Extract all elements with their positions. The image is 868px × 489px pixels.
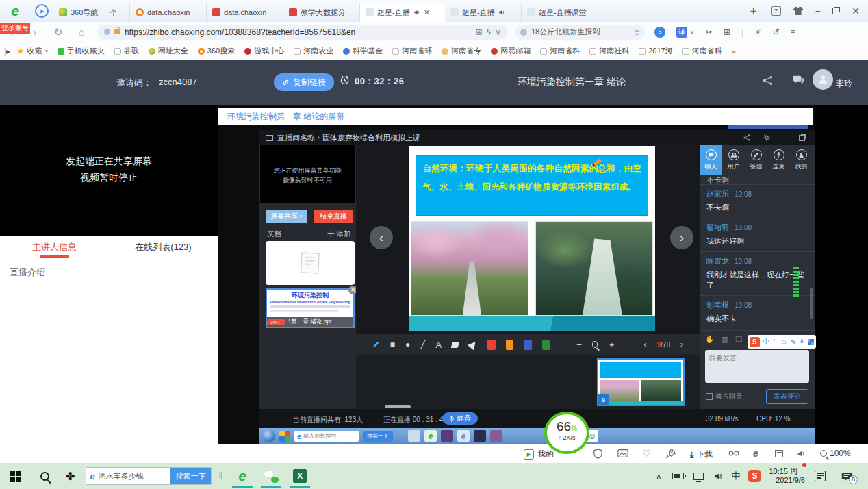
search-box[interactable] (515, 25, 645, 40)
color-green-swatch[interactable] (542, 340, 550, 350)
tab-online-list[interactable]: 在线列表(123) (109, 236, 218, 258)
bookmark-item[interactable]: 河南省专 (438, 46, 485, 56)
bookmark-item[interactable]: 河南省环 (389, 46, 435, 56)
chat-message-list[interactable]: 不卡啊 赵家乐10:08不卡啊 翟翊羽10:08我这还好啊 陈霄龙10:08我刚… (700, 175, 815, 330)
chat-input[interactable] (705, 350, 809, 383)
taskbar-app-icon[interactable] (490, 430, 502, 442)
translate-dropdown-icon[interactable]: ∨ (690, 29, 695, 36)
zoom-out-icon[interactable]: – (577, 340, 582, 349)
close-button[interactable]: ✕ (852, 5, 860, 16)
search-input[interactable] (531, 28, 630, 36)
tab-close-icon[interactable]: ✕ (424, 8, 430, 17)
start-button[interactable] (263, 430, 275, 442)
soso-icon[interactable]: ○ (654, 27, 665, 38)
rect-tool-icon[interactable]: ■ (390, 340, 395, 349)
screenshot-icon[interactable]: ✂ (706, 27, 713, 37)
battery-icon[interactable] (672, 473, 684, 479)
magnifier-icon[interactable] (592, 341, 598, 348)
tab-live-2[interactable]: 超星-直播 (445, 3, 522, 22)
tab-data-chaoxing-2[interactable]: data.chaoxin (207, 3, 283, 22)
chat-tab-mine[interactable]: 我的 (790, 145, 813, 175)
volume-icon[interactable] (713, 472, 723, 481)
bookmark-item[interactable]: 网址大全 (145, 46, 192, 56)
apps-grid-icon[interactable]: ⊞ (724, 27, 730, 37)
add-doc-button[interactable]: 十 添加 (327, 229, 350, 239)
chat-tab-chat[interactable]: 聊天 (700, 145, 722, 175)
bookmark-item[interactable]: 科学基金 (340, 46, 386, 56)
doc-placeholder[interactable] (266, 241, 355, 285)
snapshot-icon[interactable] (617, 449, 628, 458)
bookmark-favorites[interactable]: ★收藏▾ (13, 46, 51, 56)
minimize-button[interactable]: – (816, 6, 821, 16)
line-tool-icon[interactable]: ╱ (420, 340, 425, 349)
bookmark-item[interactable]: 2017河 (635, 46, 676, 56)
film-strip-scrollbar[interactable] (385, 405, 411, 408)
restore-icon[interactable] (799, 135, 805, 141)
bookmarks-overflow[interactable]: » (728, 47, 739, 55)
bookmark-item[interactable]: 河南农业 (290, 46, 337, 56)
stats-icon[interactable]: ▥ (722, 335, 728, 344)
url-field[interactable]: https://zhibo.chaoxing.com/10388368?teac… (97, 25, 508, 40)
shirt-icon[interactable] (793, 7, 804, 15)
avatar[interactable] (813, 69, 833, 90)
ie-mode-icon[interactable]: e (753, 448, 758, 459)
gear-icon[interactable] (763, 134, 771, 142)
menu-icon[interactable]: ≡ (791, 27, 795, 37)
tab-live-classroom[interactable]: 超星-直播课堂 (522, 3, 598, 22)
text-tool-icon[interactable]: A (436, 340, 442, 350)
mini-search-input[interactable] (303, 433, 353, 439)
color-blue-swatch[interactable] (524, 340, 532, 350)
bookmark-item[interactable]: 网易邮箱 (487, 46, 534, 56)
mute-button[interactable]: 静音 (442, 412, 478, 425)
next-slide-button[interactable]: › (670, 226, 693, 249)
send-comment-button[interactable]: 发表评论 (766, 389, 808, 404)
color-red-swatch[interactable] (487, 340, 496, 350)
reader-glasses-icon[interactable] (728, 450, 739, 457)
mini-search-button[interactable]: 搜索一下 (363, 431, 393, 442)
prev-page-icon[interactable]: ‹ (644, 340, 647, 349)
circle-tool-icon[interactable]: ● (405, 340, 410, 349)
scrollbar-horizontal[interactable] (728, 125, 808, 129)
notification-center-icon[interactable]: 6 (841, 471, 853, 481)
network-display-icon[interactable] (693, 473, 704, 480)
taskbar-search-button[interactable]: 搜索一下 (170, 467, 211, 485)
taskbar-app-icon[interactable] (441, 430, 453, 442)
next-page-icon[interactable]: › (680, 340, 683, 349)
speed-mode-icon[interactable]: ϟ (487, 27, 491, 37)
translate-icon[interactable]: 译 (676, 27, 687, 38)
taskbar-search-input[interactable] (99, 472, 170, 480)
bookmark-item[interactable]: 河南社科 (586, 46, 633, 56)
screen-share-button[interactable]: 屏幕共享▾ (266, 210, 307, 223)
taskbar-app-icon[interactable] (408, 430, 420, 442)
highlighter-tool-icon[interactable] (468, 339, 478, 350)
chat-tab-mic[interactable]: 连麦 (767, 145, 790, 175)
booster-icon[interactable] (665, 449, 676, 459)
mini-search-box[interactable]: e (294, 431, 359, 442)
security-shield-icon[interactable] (593, 449, 603, 459)
home-button[interactable]: ⌂ (70, 26, 93, 38)
search-magnifier-icon[interactable] (635, 28, 639, 36)
chat-bubble-icon[interactable] (792, 75, 804, 86)
clock-date[interactable]: 10:15 周一2021/9/6 (769, 467, 805, 485)
theme-icon[interactable]: ☀ (754, 27, 762, 37)
notes-icon[interactable] (815, 471, 826, 481)
taskbar-app-icon[interactable] (474, 430, 486, 442)
share-icon[interactable] (762, 75, 774, 86)
url-dropdown-icon[interactable]: ∨ (495, 27, 501, 37)
mute-chat-checkbox[interactable]: 禁言聊天 (706, 392, 743, 401)
new-tab-button[interactable]: ＋ (748, 4, 759, 18)
tab-bigdata[interactable]: 教学大数据分 (283, 3, 360, 22)
ime-indicator[interactable]: 中 (731, 470, 740, 482)
tab-list-button[interactable]: 7 (771, 6, 781, 16)
share-icon[interactable] (743, 134, 751, 142)
chat-scrollbar[interactable] (810, 288, 813, 319)
tab-data-chaoxing-1[interactable]: data.chaoxin (130, 3, 207, 22)
minimize-icon[interactable]: – (782, 133, 787, 142)
bookmark-item[interactable]: 360搜索 (194, 46, 238, 56)
bookmark-item[interactable]: 河南省科 (537, 46, 583, 56)
pen-tool-icon[interactable] (372, 340, 380, 349)
qrcode-icon[interactable]: ⊞ (476, 27, 483, 37)
taskbar-search-icon[interactable] (40, 472, 49, 481)
taskbar-app-ie-icon[interactable]: e (457, 430, 470, 442)
zoom-control[interactable]: 100% (820, 449, 851, 458)
